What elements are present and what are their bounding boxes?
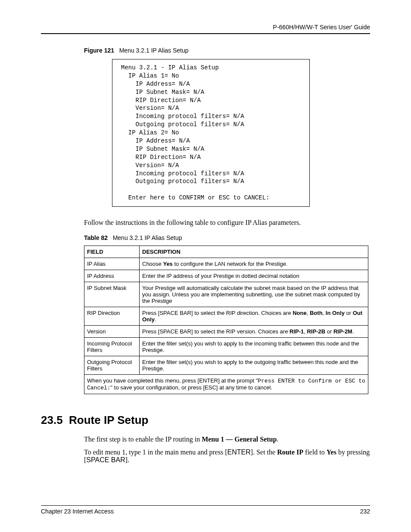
field-cell: IP Alias <box>84 258 140 270</box>
field-cell: Outgoing Protocol Filters <box>84 356 140 375</box>
figure-label: Figure 121 <box>84 47 114 54</box>
intro-paragraph: Follow the instructions in the following… <box>84 219 370 227</box>
table-label: Table 82 <box>84 234 108 241</box>
document-page: P-660H/HW/W-T Series User' Guide Figure … <box>0 0 411 532</box>
desc-cell: Your Prestige will automatically calcula… <box>140 282 368 307</box>
desc-cell: Enter the IP address of your Prestige in… <box>140 270 368 282</box>
col-description: DESCRIPTION <box>140 246 368 258</box>
table-row: IP Address Enter the IP address of your … <box>84 270 368 282</box>
table-caption: Table 82 Menu 3.2.1 IP Alias Setup <box>84 234 370 241</box>
section-heading: 23.5 Route IP Setup <box>41 414 370 427</box>
figure-caption: Figure 121 Menu 3.2.1 IP Alias Setup <box>84 47 370 54</box>
desc-cell: Enter the filter set(s) you wish to appl… <box>140 338 368 356</box>
section-paragraph: To edit menu 1, type 1 in the main menu … <box>84 448 370 464</box>
table-row: RIP Direction Press [SPACE BAR] to selec… <box>84 307 368 326</box>
table-row: Outgoing Protocol Filters Enter the filt… <box>84 356 368 375</box>
table-footer-row: When you have completed this menu, press… <box>84 375 368 394</box>
header-rule <box>41 33 370 34</box>
table-footer-cell: When you have completed this menu, press… <box>84 375 368 394</box>
col-field: FIELD <box>84 246 140 258</box>
section-paragraph: The first step is to enable the IP routi… <box>84 436 370 443</box>
field-cell: IP Subnet Mask <box>84 282 140 307</box>
desc-cell: Choose Yes to configure the LAN network … <box>140 258 368 270</box>
table-title: Menu 3.2.1 IP Alias Setup <box>113 234 182 241</box>
parameter-table: FIELD DESCRIPTION IP Alias Choose Yes to… <box>84 246 368 394</box>
field-cell: RIP Direction <box>84 307 140 326</box>
section-number: 23.5 <box>41 414 63 426</box>
footer-page-number: 232 <box>360 508 370 515</box>
section-title: Route IP Setup <box>69 414 148 426</box>
field-cell: Incoming Protocol Filters <box>84 338 140 356</box>
desc-cell: Enter the filter set(s) you wish to appl… <box>140 356 368 375</box>
table-header-row: FIELD DESCRIPTION <box>84 246 368 258</box>
field-cell: IP Address <box>84 270 140 282</box>
figure-title: Menu 3.2.1 IP Alias Setup <box>119 47 189 54</box>
table-row: IP Alias Choose Yes to configure the LAN… <box>84 258 368 270</box>
terminal-output: Menu 3.2.1 - IP Alias Setup IP Alias 1= … <box>112 59 310 207</box>
page-header: P-660H/HW/W-T Series User' Guide <box>41 24 370 33</box>
table-row: Incoming Protocol Filters Enter the filt… <box>84 338 368 356</box>
table-row: Version Press [SPACE BAR] to select the … <box>84 326 368 338</box>
field-cell: Version <box>84 326 140 338</box>
table-row: IP Subnet Mask Your Prestige will automa… <box>84 282 368 307</box>
desc-cell: Press [SPACE BAR] to select the RIP dire… <box>140 307 368 326</box>
footer-chapter: Chapter 23 Internet Access <box>41 508 114 515</box>
page-footer: Chapter 23 Internet Access 232 <box>41 505 370 515</box>
desc-cell: Press [SPACE BAR] to select the RIP vers… <box>140 326 368 338</box>
